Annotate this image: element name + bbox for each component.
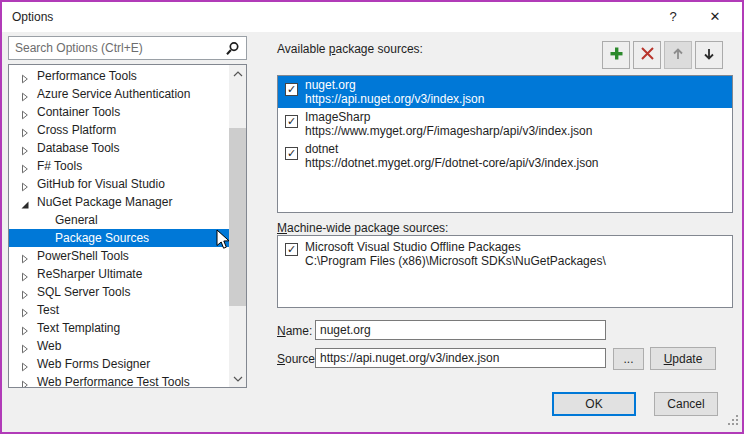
expand-arrow-icon[interactable]	[20, 71, 30, 81]
tree-item-sql-server-tools[interactable]: SQL Server Tools	[9, 283, 231, 301]
tree-item-label: F# Tools	[37, 157, 82, 175]
move-up-button	[664, 41, 692, 69]
tree-item-label: Web	[37, 337, 61, 355]
tree-item-label: Azure Service Authentication	[37, 85, 190, 103]
expand-arrow-icon[interactable]	[20, 107, 30, 117]
tree-item-label: General	[55, 211, 98, 229]
tree-item-web-performance-test-tools[interactable]: Web Performance Test Tools	[9, 373, 231, 388]
source-checkbox[interactable]: ✓	[285, 243, 298, 256]
move-down-button[interactable]	[695, 41, 723, 69]
tree-item-label: SQL Server Tools	[37, 283, 130, 301]
cancel-button[interactable]: Cancel	[654, 392, 718, 416]
source-url: C:\Program Files (x86)\Microsoft SDKs\Nu…	[305, 254, 606, 268]
source-name: Microsoft Visual Studio Offline Packages	[305, 240, 521, 254]
search-icon	[225, 41, 240, 56]
expand-arrow-icon[interactable]	[20, 359, 30, 369]
window-title: Options	[12, 10, 53, 24]
tree-scrollbar[interactable]	[229, 65, 246, 387]
add-source-button[interactable]	[602, 41, 630, 69]
tree-item-test[interactable]: Test	[9, 301, 231, 319]
expand-arrow-icon[interactable]	[20, 179, 30, 189]
tree-item-resharper-ultimate[interactable]: ReSharper Ultimate	[9, 265, 231, 283]
expand-arrow-icon[interactable]	[20, 161, 30, 171]
source-checkbox[interactable]: ✓	[285, 147, 298, 160]
tree-item-label: NuGet Package Manager	[37, 193, 172, 211]
tree-item-label: Package Sources	[55, 229, 149, 247]
source-input[interactable]	[315, 348, 606, 368]
package-source-item-imagesharp[interactable]: ✓ ImageSharp https://www.myget.org/F/ima…	[278, 108, 732, 140]
expand-arrow-icon[interactable]	[20, 251, 30, 261]
tree-item-nuget-package-manager[interactable]: NuGet Package Manager	[9, 193, 231, 211]
source-url: https://www.myget.org/F/imagesharp/api/v…	[305, 124, 592, 138]
expand-arrow-icon[interactable]	[20, 341, 30, 351]
tree-item-label: Database Tools	[37, 139, 120, 157]
package-sources-list[interactable]: ✓ nuget.org https://api.nuget.org/v3/ind…	[277, 75, 733, 213]
move-down-icon	[702, 47, 716, 64]
tree-item-cross-platform[interactable]: Cross Platform	[9, 121, 231, 139]
package-source-item-microsoft-visual-studio-offline-packages[interactable]: ✓ Microsoft Visual Studio Offline Packag…	[278, 236, 732, 268]
tree-item-container-tools[interactable]: Container Tools	[9, 103, 231, 121]
search-box	[8, 36, 247, 60]
expand-arrow-icon[interactable]	[20, 269, 30, 279]
source-checkbox[interactable]: ✓	[285, 83, 298, 96]
tree-item-package-sources[interactable]: Package Sources	[9, 229, 231, 247]
browse-button[interactable]: ...	[613, 348, 644, 370]
scroll-thumb[interactable]	[229, 128, 246, 306]
tree-item-general[interactable]: General	[9, 211, 231, 229]
expand-arrow-icon[interactable]	[20, 323, 30, 333]
tree-item-label: Web Performance Test Tools	[37, 373, 190, 388]
name-input[interactable]	[315, 320, 606, 340]
update-button[interactable]: Update	[650, 347, 716, 370]
expand-arrow-icon[interactable]	[20, 377, 30, 387]
tree-item-label: GitHub for Visual Studio	[37, 175, 165, 193]
options-dialog: Options ? ✕ Performance Tools Azure Serv…	[0, 0, 744, 434]
remove-icon	[640, 46, 655, 64]
resize-grip[interactable]	[728, 415, 739, 429]
package-source-item-dotnet[interactable]: ✓ dotnet https://dotnet.myget.org/F/dotn…	[278, 140, 732, 172]
titlebar: Options ? ✕	[2, 2, 742, 32]
tree-item-web-forms-designer[interactable]: Web Forms Designer	[9, 355, 231, 373]
tree-item-label: Cross Platform	[37, 121, 116, 139]
search-input[interactable]	[15, 39, 215, 57]
tree-item-label: PowerShell Tools	[37, 247, 129, 265]
tree-item-label: Container Tools	[37, 103, 120, 121]
tree-item-database-tools[interactable]: Database Tools	[9, 139, 231, 157]
scroll-up-icon[interactable]	[229, 65, 246, 82]
remove-source-button[interactable]	[633, 41, 661, 69]
tree-item-f-tools[interactable]: F# Tools	[9, 157, 231, 175]
name-label: Name:	[277, 324, 312, 338]
machine-sources-list[interactable]: ✓ Microsoft Visual Studio Offline Packag…	[277, 235, 733, 308]
expand-arrow-icon[interactable]	[20, 233, 30, 243]
close-icon[interactable]: ✕	[700, 4, 730, 30]
tree-item-label: ReSharper Ultimate	[37, 265, 142, 283]
ok-button[interactable]: OK	[552, 392, 636, 416]
machine-sources-label: Machine-wide package sources:	[277, 221, 448, 235]
tree-item-powershell-tools[interactable]: PowerShell Tools	[9, 247, 231, 265]
tree-item-label: Performance Tools	[37, 67, 137, 85]
source-label: Source:	[277, 352, 318, 366]
expand-arrow-icon[interactable]	[20, 143, 30, 153]
expand-arrow-icon[interactable]	[20, 305, 30, 315]
package-source-item-nuget-org[interactable]: ✓ nuget.org https://api.nuget.org/v3/ind…	[278, 76, 732, 108]
tree-rows: Performance Tools Azure Service Authenti…	[9, 67, 231, 388]
help-button[interactable]: ?	[658, 4, 688, 30]
source-name: nuget.org	[305, 78, 356, 92]
tree-item-performance-tools[interactable]: Performance Tools	[9, 67, 231, 85]
tree-item-label: Test	[37, 301, 59, 319]
tree-item-azure-service-authentication[interactable]: Azure Service Authentication	[9, 85, 231, 103]
source-name: dotnet	[305, 142, 338, 156]
available-sources-label: Available package sources:	[277, 42, 423, 56]
expand-arrow-icon[interactable]	[20, 125, 30, 135]
scroll-down-icon[interactable]	[229, 370, 246, 387]
expand-arrow-icon[interactable]	[20, 215, 30, 225]
tree-item-label: Web Forms Designer	[37, 355, 150, 373]
expand-arrow-icon[interactable]	[20, 287, 30, 297]
tree-item-github-for-visual-studio[interactable]: GitHub for Visual Studio	[9, 175, 231, 193]
tree-item-text-templating[interactable]: Text Templating	[9, 319, 231, 337]
expand-arrow-icon[interactable]	[20, 89, 30, 99]
tree-item-web[interactable]: Web	[9, 337, 231, 355]
source-name: ImageSharp	[305, 110, 370, 124]
source-checkbox[interactable]: ✓	[285, 115, 298, 128]
expand-arrow-icon[interactable]	[20, 197, 30, 207]
add-icon	[609, 46, 624, 64]
